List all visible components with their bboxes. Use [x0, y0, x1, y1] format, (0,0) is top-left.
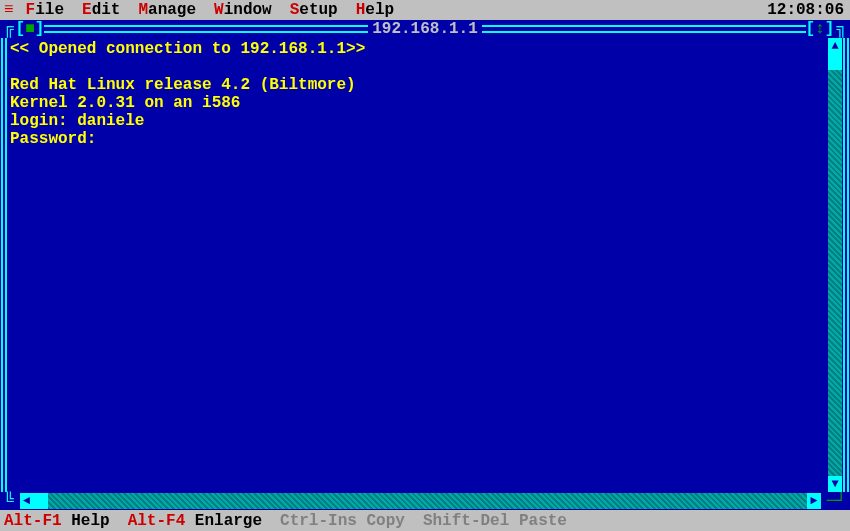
- clock: 12:08:06: [767, 1, 844, 19]
- menu-manage[interactable]: Manage: [138, 1, 196, 19]
- frame-right: [842, 38, 850, 492]
- frame-corner-bl: ╚: [2, 492, 16, 510]
- menu-window[interactable]: Window: [214, 1, 272, 19]
- status-paste: Shift-Del Paste: [423, 512, 567, 530]
- terminal-output[interactable]: << Opened connection to 192.168.1.1>> Re…: [8, 38, 828, 492]
- window-body: << Opened connection to 192.168.1.1>> Re…: [0, 38, 850, 492]
- menu-help[interactable]: Help: [356, 1, 394, 19]
- status-enlarge[interactable]: Alt-F4 Enlarge: [128, 512, 262, 530]
- vertical-scrollbar[interactable]: ▲ ▼: [828, 38, 842, 492]
- scroll-track[interactable]: [828, 70, 842, 476]
- hscroll-thumb[interactable]: [34, 493, 48, 509]
- status-help[interactable]: Alt-F1 Help: [4, 512, 110, 530]
- scroll-right-icon[interactable]: ►: [807, 493, 821, 509]
- menu-edit[interactable]: Edit: [82, 1, 120, 19]
- scroll-thumb[interactable]: [828, 54, 842, 70]
- hscroll-track[interactable]: [48, 493, 807, 509]
- frame-left: [0, 38, 8, 492]
- maximize-box[interactable]: [↕]: [806, 20, 835, 38]
- menu-file[interactable]: File: [26, 1, 64, 19]
- frame-corner-tr: ╗: [834, 20, 848, 38]
- scroll-down-icon[interactable]: ▼: [828, 476, 842, 492]
- horizontal-scrollbar[interactable]: ◄ ►: [20, 493, 821, 509]
- menu-setup[interactable]: Setup: [290, 1, 338, 19]
- terminal-line: login: daniele: [10, 112, 144, 130]
- window-frame-top: ╔ [■] 192.168.1.1 [↕] ╗: [0, 20, 850, 38]
- frame-line: [44, 21, 368, 37]
- terminal-line: Red Hat Linux release 4.2 (Biltmore): [10, 76, 356, 94]
- system-menu-icon[interactable]: ≡: [4, 1, 14, 19]
- status-copy: Ctrl-Ins Copy: [280, 512, 405, 530]
- window-title: 192.168.1.1: [368, 20, 482, 38]
- statusbar: Alt-F1 Help Alt-F4 Enlarge Ctrl-Ins Copy…: [0, 510, 850, 531]
- frame-corner-tl: ╔: [2, 20, 16, 38]
- resize-handle[interactable]: ─┘: [825, 492, 848, 510]
- terminal-line: Kernel 2.0.31 on an i586: [10, 94, 240, 112]
- terminal-line: Password:: [10, 130, 96, 148]
- window-frame-bottom: ╚ ◄ ► ─┘: [0, 492, 850, 510]
- scroll-up-icon[interactable]: ▲: [828, 38, 842, 54]
- scroll-left-icon[interactable]: ◄: [20, 493, 34, 509]
- menubar: ≡ File Edit Manage Window Setup Help 12:…: [0, 0, 850, 20]
- close-box[interactable]: [■]: [16, 20, 45, 38]
- frame-line: [482, 21, 806, 37]
- terminal-line: << Opened connection to 192.168.1.1>>: [10, 40, 365, 58]
